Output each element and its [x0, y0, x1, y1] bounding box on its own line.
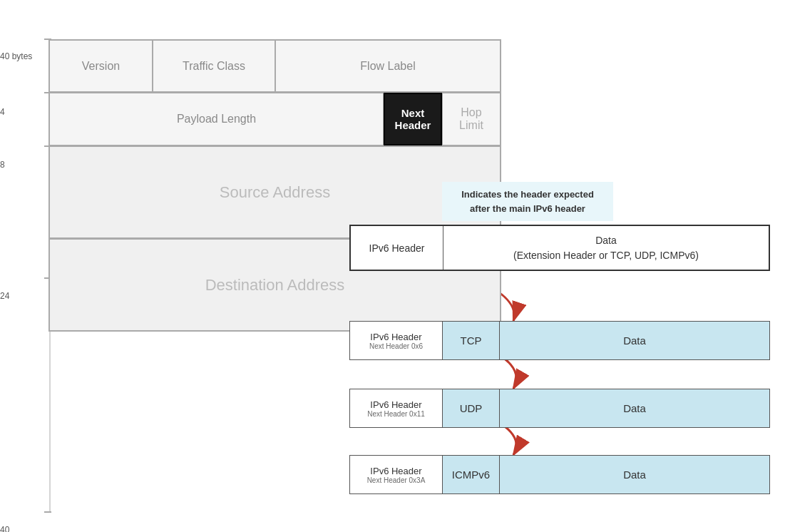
cell-flow-label: Flow Label — [275, 40, 501, 92]
y-label-40: 40 — [0, 525, 9, 532]
pkt-udp-data: Data — [500, 389, 769, 427]
ipv6-main-data: Data (Extension Header or TCP, UDP, ICMP… — [443, 226, 769, 270]
pkt-icmpv6-ipv6: IPv6 Header Next Header 0x3A — [350, 456, 443, 493]
packet-tcp: IPv6 Header Next Header 0x6 TCP Data — [349, 321, 770, 360]
packet-udp: IPv6 Header Next Header 0x11 UDP Data — [349, 389, 770, 428]
pkt-icmpv6-proto: ICMPv6 — [443, 456, 500, 493]
cell-next-header: Next Header — [384, 93, 442, 145]
pkt-udp-proto: UDP — [443, 389, 500, 427]
pkt-tcp-ipv6: IPv6 Header Next Header 0x6 — [350, 322, 443, 359]
row2: Payload Length Next Header Hop Limit — [48, 93, 501, 146]
pkt-udp-ipv6: IPv6 Header Next Header 0x11 — [350, 389, 443, 427]
cell-traffic-class: Traffic Class — [153, 40, 275, 92]
row1: Version Traffic Class Flow Label — [48, 39, 501, 93]
packet-icmpv6: IPv6 Header Next Header 0x3A ICMPv6 Data — [349, 455, 770, 494]
header-table: Version Traffic Class Flow Label Payload… — [48, 39, 501, 332]
ipv6-main-box: IPv6 Header Data (Extension Header or TC… — [349, 225, 770, 271]
pkt-tcp-proto: TCP — [443, 322, 500, 359]
y-label-24: 24 — [0, 291, 9, 301]
y-label-8: 8 — [0, 160, 5, 170]
annotation-box: Indicates the header expected after the … — [442, 182, 613, 221]
main-container: 40 bytes 4 8 24 40 Version Traffic Class… — [0, 0, 790, 532]
y-label-40bytes: 40 bytes — [0, 51, 32, 61]
cell-payload-length: Payload Length — [49, 93, 384, 145]
pkt-icmpv6-data: Data — [500, 456, 769, 493]
ipv6-main-header: IPv6 Header — [351, 226, 443, 270]
pkt-tcp-data: Data — [500, 322, 769, 359]
y-label-4: 4 — [0, 107, 5, 117]
cell-hop-limit: Hop Limit — [442, 93, 501, 145]
cell-version: Version — [49, 40, 153, 92]
